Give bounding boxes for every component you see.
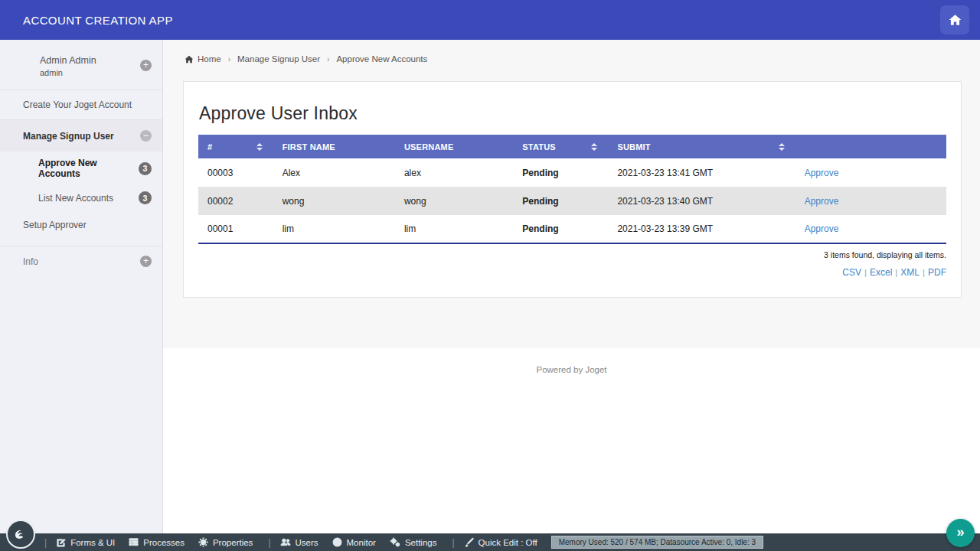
expand-fab-button[interactable]: » (946, 519, 975, 547)
sidebar-item-label: List New Accounts (38, 193, 113, 204)
sidebar-item-list-new-accounts[interactable]: List New Accounts 3 (0, 185, 162, 210)
breadcrumb-separator: › (327, 55, 329, 64)
export-separator: | (923, 268, 925, 277)
cell-first-name: Alex (273, 158, 395, 187)
cell-status: Pending (513, 215, 608, 243)
bar-item-label: Processes (143, 538, 185, 547)
sort-icon[interactable] (591, 143, 597, 151)
bar-item-label: Forms & UI (70, 538, 115, 547)
column-header-username[interactable]: USERNAME (395, 135, 513, 158)
joget-logo[interactable] (6, 520, 35, 549)
plus-circle-icon[interactable]: + (140, 60, 152, 71)
count-badge: 3 (139, 191, 152, 204)
column-header-status[interactable]: STATUS (513, 135, 608, 158)
bar-item-label: Monitor (347, 538, 376, 547)
cell-id: 00002 (198, 187, 273, 215)
column-header-actions (795, 135, 946, 158)
sidebar-item-approve-new-accounts[interactable]: Approve New Accounts 3 (0, 152, 162, 185)
bar-separator: | (268, 537, 270, 548)
export-pdf-link[interactable]: PDF (928, 267, 946, 278)
breadcrumb-manage-signup-user[interactable]: Manage Signup User (237, 54, 320, 64)
column-header-first-name[interactable]: FIRST NAME (273, 135, 395, 158)
sort-icon[interactable] (256, 143, 263, 151)
quick-edit-toggle[interactable]: Quick Edit : Off (464, 537, 537, 547)
bar-separator: | (452, 537, 454, 548)
sidebar: Admin Admin admin + Create Your Joget Ac… (0, 40, 163, 533)
approve-link[interactable]: Approve (805, 196, 839, 207)
users-button[interactable]: Users (280, 537, 318, 547)
column-header-id[interactable]: # (198, 135, 273, 158)
cell-first-name: lim (273, 215, 395, 243)
table-summary: 3 items found, displaying all items. (198, 250, 946, 259)
double-chevron-right-icon: » (956, 524, 964, 540)
inbox-card: Approve User Inbox # (183, 81, 962, 298)
cell-submit: 2021-03-23 13:41 GMT (608, 158, 795, 187)
sidebar-item-setup-approver[interactable]: Setup Approver (0, 210, 162, 240)
home-icon (185, 55, 194, 64)
bar-item-label: Settings (405, 538, 437, 547)
export-excel-link[interactable]: Excel (870, 267, 892, 278)
memory-status-badge: Memory Used: 520 / 574 MB; Datasource Ac… (551, 536, 763, 549)
profile-name: Admin Admin (40, 55, 152, 66)
powered-by-text: Powered by Joget (536, 365, 606, 374)
content-bottom: Powered by Joget (163, 348, 980, 533)
export-xml-link[interactable]: XML (900, 267, 920, 278)
app-title: ACCOUNT CREATION APP (23, 14, 173, 27)
table-row[interactable]: 00001 lim lim Pending 2021-03-23 13:39 G… (198, 215, 946, 243)
home-icon (949, 14, 962, 26)
sidebar-item-info[interactable]: Info + (0, 246, 162, 276)
breadcrumb-label: Approve New Accounts (336, 54, 427, 64)
processes-button[interactable]: Processes (129, 537, 185, 547)
bar-item-label: Users (296, 538, 318, 547)
breadcrumb: Home › Manage Signup User › Approve New … (185, 54, 980, 64)
app-header: ACCOUNT CREATION APP (0, 0, 980, 40)
column-header-submit[interactable]: SUBMIT (608, 135, 795, 158)
breadcrumb-approve-new-accounts[interactable]: Approve New Accounts (336, 54, 427, 64)
sidebar-profile[interactable]: Admin Admin admin + (0, 40, 162, 90)
approve-link[interactable]: Approve (805, 168, 839, 178)
breadcrumb-separator: › (228, 55, 230, 64)
sidebar-item-label: Create Your Joget Account (23, 99, 132, 110)
sort-icon[interactable] (779, 143, 785, 151)
settings-button[interactable]: Settings (390, 537, 437, 547)
forms-ui-button[interactable]: Forms & UI (56, 537, 115, 547)
column-label: # (207, 142, 212, 152)
bar-item-label: Properties (213, 538, 253, 547)
properties-button[interactable]: Properties (198, 537, 253, 547)
count-badge: 3 (139, 162, 152, 175)
content-top: Home › Manage Signup User › Approve New … (163, 40, 980, 348)
cell-status: Pending (513, 158, 608, 187)
sidebar-item-label: Manage Signup User (23, 131, 114, 142)
column-label: FIRST NAME (283, 142, 335, 152)
profile-username: admin (40, 68, 152, 77)
sidebar-item-label: Info (23, 256, 38, 267)
sidebar-item-label: Approve New Accounts (38, 158, 139, 179)
cell-username: wong (395, 187, 513, 215)
breadcrumb-home[interactable]: Home (185, 54, 221, 64)
cell-username: lim (395, 215, 513, 243)
gears-icon (390, 537, 400, 547)
home-button[interactable] (940, 5, 969, 34)
export-links: CSV|Excel|XML|PDF (198, 267, 946, 278)
cell-first-name: wong (273, 187, 395, 215)
table-header-row: # FIRST NAME USERNAME (198, 135, 946, 158)
form-edit-icon (56, 537, 66, 547)
monitor-button[interactable]: Monitor (332, 537, 376, 547)
breadcrumb-label: Home (198, 54, 221, 64)
cell-username: alex (395, 158, 513, 187)
plus-circle-icon[interactable]: + (140, 256, 152, 267)
bar-separator: | (44, 537, 47, 548)
minus-circle-icon[interactable]: − (140, 130, 152, 142)
approve-link[interactable]: Approve (805, 223, 839, 234)
admin-bottom-bar: | Forms & UI Processes Properties | User… (0, 533, 980, 551)
sidebar-item-label: Setup Approver (23, 220, 87, 230)
breadcrumb-label: Manage Signup User (237, 54, 320, 64)
table-row[interactable]: 00003 Alex alex Pending 2021-03-23 13:41… (198, 158, 946, 187)
sidebar-item-create-account[interactable]: Create Your Joget Account (0, 90, 162, 119)
cell-status: Pending (513, 187, 608, 215)
table-row[interactable]: 00002 wong wong Pending 2021-03-23 13:40… (198, 187, 946, 215)
column-label: SUBMIT (617, 142, 650, 152)
sidebar-item-manage-signup-user[interactable]: Manage Signup User − (0, 120, 162, 152)
cell-id: 00001 (198, 215, 273, 243)
export-csv-link[interactable]: CSV (842, 267, 861, 278)
